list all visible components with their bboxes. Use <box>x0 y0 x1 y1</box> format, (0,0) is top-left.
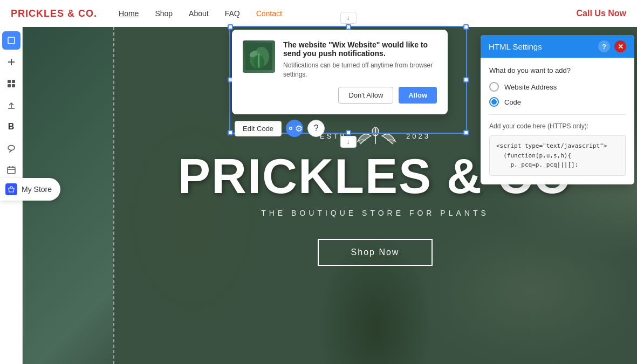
notif-body: Notifications can be turned off anytime … <box>283 61 437 79</box>
dashed-line <box>113 27 114 364</box>
radio-label-website: Website Address <box>504 83 557 91</box>
radio-circle-website <box>489 82 499 92</box>
push-notification-dialog: The website "Wix Website" would like to … <box>232 30 448 114</box>
svg-rect-5 <box>8 84 11 87</box>
sidebar-icon-square[interactable] <box>2 31 20 50</box>
notif-header: The website "Wix Website" would like to … <box>243 40 437 79</box>
html-settings-title: HTML Settings <box>489 42 542 51</box>
notif-image <box>243 40 275 73</box>
code-label: Add your code here (HTTPS only): <box>489 122 626 130</box>
year-text: 2023 <box>406 132 430 140</box>
store-icon <box>5 183 17 195</box>
nav-shop[interactable]: Shop <box>155 9 173 18</box>
svg-rect-0 <box>8 37 15 44</box>
edit-toolbar: Edit Code ⚙ ? <box>235 120 325 137</box>
radio-label-code: Code <box>504 98 521 106</box>
settings-question: What do you want to add? <box>489 66 626 74</box>
nav-links: Home Shop About FAQ Contact <box>119 9 577 18</box>
call-us-label: Call Us Now <box>577 9 626 18</box>
edit-code-button[interactable]: Edit Code <box>235 121 282 136</box>
settings-divider <box>489 114 626 115</box>
sidebar-icon-upload[interactable] <box>2 96 20 114</box>
notif-title: The website "Wix Website" would like to … <box>283 40 437 58</box>
html-settings-panel: HTML Settings ? ✕ What do you want to ad… <box>481 35 634 184</box>
settings-close-button[interactable]: ✕ <box>614 40 626 52</box>
svg-point-9 <box>8 146 15 150</box>
svg-rect-4 <box>12 80 15 83</box>
nav-about[interactable]: About <box>189 9 209 18</box>
html-settings-body: What do you want to add? Website Address… <box>481 58 634 184</box>
svg-point-14 <box>372 127 379 136</box>
sidebar-icon-plus[interactable] <box>2 53 20 71</box>
my-store-label: My Store <box>22 185 52 194</box>
navbar: PRICKLES & CO. Home Shop About FAQ Conta… <box>0 0 637 27</box>
sidebar-icon-grid[interactable] <box>2 74 20 93</box>
svg-rect-3 <box>8 80 11 83</box>
radio-website-address[interactable]: Website Address <box>489 82 626 92</box>
plant-decoration-icon <box>355 125 398 147</box>
code-area[interactable]: <script type="text/javascript"> (functio… <box>489 135 626 176</box>
radio-circle-code <box>489 97 499 107</box>
sidebar-icon-chat[interactable] <box>2 139 20 157</box>
nav-faq[interactable]: FAQ <box>225 9 240 18</box>
radio-code[interactable]: Code <box>489 97 626 107</box>
hero-subtitle: THE BOUTIQUE STORE FOR PLANTS <box>261 209 489 217</box>
header-actions: ? ✕ <box>598 40 626 52</box>
nav-home[interactable]: Home <box>119 9 139 18</box>
settings-help-button[interactable]: ? <box>598 40 610 52</box>
svg-rect-10 <box>8 167 15 174</box>
brand-logo: PRICKLES & CO. <box>11 8 97 19</box>
my-store-pill[interactable]: My Store <box>0 178 60 201</box>
help-icon-button[interactable]: ? <box>307 120 325 137</box>
sidebar-icon-b[interactable]: B <box>2 118 20 136</box>
notif-buttons: Don't Allow Allow <box>243 87 437 104</box>
shop-now-button[interactable]: Shop Now <box>318 239 433 266</box>
estb-line: ESTB 2023 <box>320 125 430 147</box>
allow-button[interactable]: Allow <box>399 87 437 104</box>
svg-rect-6 <box>12 84 15 87</box>
html-settings-header: HTML Settings ? ✕ <box>481 35 634 58</box>
sidebar-icon-calendar[interactable] <box>2 161 20 179</box>
gear-icon-button[interactable]: ⚙ <box>286 120 303 137</box>
dont-allow-button[interactable]: Don't Allow <box>338 87 393 104</box>
nav-contact[interactable]: Contact <box>256 9 282 18</box>
notif-text-area: The website "Wix Website" would like to … <box>283 40 437 79</box>
